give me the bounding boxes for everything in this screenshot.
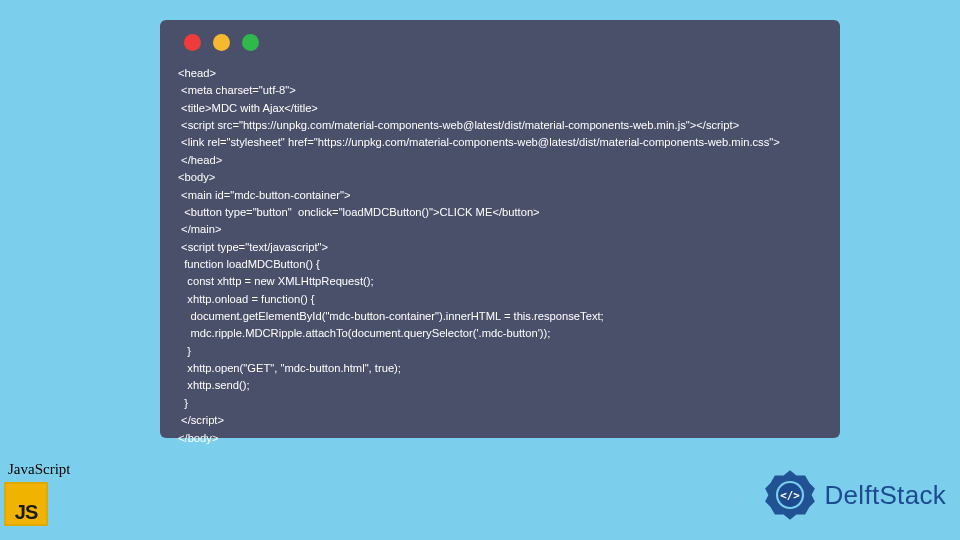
code-content: <head> <meta charset="utf-8"> <title>MDC… (178, 65, 822, 447)
js-badge-text: JS (15, 501, 37, 524)
close-icon (184, 34, 201, 51)
brand-block: </> DelftStack (763, 468, 947, 522)
code-panel: <head> <meta charset="utf-8"> <title>MDC… (160, 20, 840, 438)
window-traffic-lights (184, 34, 822, 51)
delftstack-logo-icon: </> (763, 468, 817, 522)
language-tag: JavaScript JS (4, 461, 70, 526)
svg-text:</>: </> (780, 489, 800, 502)
maximize-icon (242, 34, 259, 51)
minimize-icon (213, 34, 230, 51)
javascript-badge-icon: JS (4, 482, 48, 526)
brand-name: DelftStack (825, 480, 947, 511)
language-label: JavaScript (8, 461, 70, 478)
